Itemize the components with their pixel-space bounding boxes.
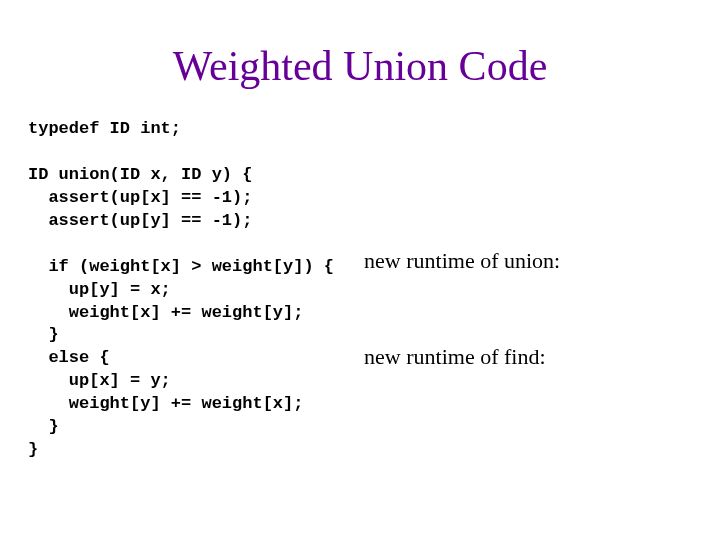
notes-column: new runtime of union: new runtime of fin… [334,118,692,440]
slide: Weighted Union Code typedef ID int; ID u… [0,0,720,540]
slide-title: Weighted Union Code [28,42,692,90]
note-find-runtime: new runtime of find: [364,344,692,370]
content-row: typedef ID int; ID union(ID x, ID y) { a… [28,118,692,462]
note-union-runtime: new runtime of union: [364,248,692,274]
code-block: typedef ID int; ID union(ID x, ID y) { a… [28,118,334,462]
